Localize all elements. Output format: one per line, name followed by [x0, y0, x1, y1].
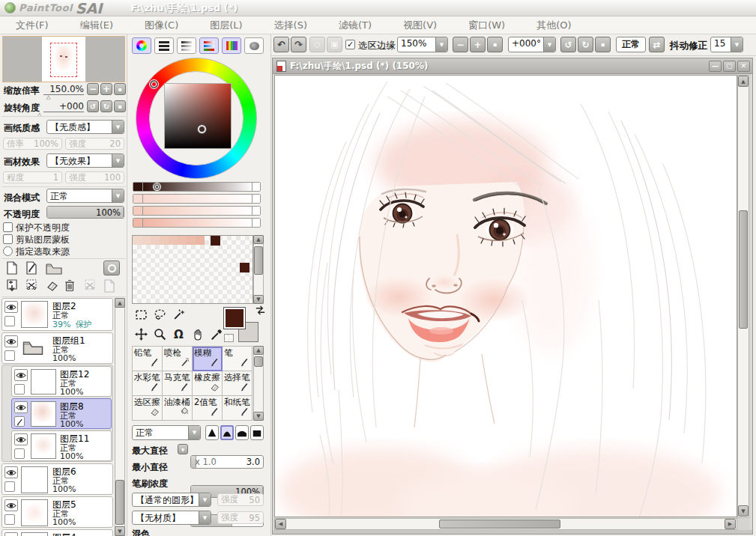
- brush-shape-dropdown[interactable]: 【通常的圆形】 ▼: [132, 493, 211, 507]
- document-title-bar[interactable]: F:\zhu\手绘\1.psd (*) (150%) — ▢ ✕: [273, 58, 752, 74]
- protect-opacity-checkbox[interactable]: [3, 222, 13, 232]
- title-bar[interactable]: PaintTool SAI F:\zhu\手绘\1.psd (*): [0, 0, 756, 16]
- tool-airbrush[interactable]: 喷枪: [163, 347, 193, 371]
- rectangle-select-tool[interactable]: [133, 307, 149, 323]
- swatch-dark[interactable]: [240, 263, 250, 272]
- hscrollbar-thumb[interactable]: [439, 520, 560, 529]
- clear-layer-button[interactable]: [45, 281, 60, 293]
- scroll-down-arrow[interactable]: ▼: [738, 505, 749, 517]
- swatch[interactable]: [187, 236, 196, 245]
- swatch[interactable]: [169, 236, 178, 245]
- paper-effect-dropdown[interactable]: 【无效果】 ▼: [46, 153, 124, 168]
- swatches-tab[interactable]: [222, 37, 241, 54]
- menu-image[interactable]: 图像(C): [129, 16, 194, 34]
- jitter-correction-dropdown[interactable]: 15 ▼: [710, 37, 743, 52]
- color-sliders-tab[interactable]: [199, 37, 219, 54]
- delete-layer-button[interactable]: [64, 279, 76, 293]
- mix-swatch[interactable]: [133, 219, 143, 227]
- undo-button[interactable]: ↶: [273, 37, 289, 52]
- vscrollbar-thumb[interactable]: [739, 210, 748, 329]
- lasso-tool[interactable]: [152, 307, 168, 323]
- scroll-down-arrow[interactable]: ▼: [115, 526, 125, 536]
- document-restore-button[interactable]: ▢: [723, 61, 736, 72]
- menu-view[interactable]: 视图(V): [387, 16, 453, 34]
- zoom-reset-button[interactable]: ▪: [487, 37, 503, 52]
- scroll-down-arrow[interactable]: ▼: [253, 412, 264, 421]
- scroll-up-arrow[interactable]: ▲: [253, 346, 264, 355]
- mix-marker[interactable]: [154, 183, 160, 190]
- opacity-slider[interactable]: 100%: [46, 206, 124, 219]
- rotate-view-tool[interactable]: Ω: [171, 326, 187, 342]
- rotate-reset-button[interactable]: ▪: [595, 37, 611, 52]
- menu-layer[interactable]: 图层(L): [194, 16, 258, 34]
- nav-zoom-in-button[interactable]: +: [100, 83, 112, 95]
- layer-checkbox[interactable]: [14, 448, 25, 459]
- scroll-right-arrow[interactable]: ▶: [725, 519, 736, 529]
- chevron-down-icon[interactable]: ▼: [112, 189, 124, 202]
- tool-binary-pen[interactable]: 2值笔: [193, 396, 223, 421]
- cut-merge-layer-button[interactable]: [25, 279, 39, 294]
- layer-row[interactable]: 图层4: [1, 529, 113, 536]
- normal-mode-button[interactable]: 正常: [616, 37, 646, 52]
- brush-blend-dropdown[interactable]: 正常 ▼: [132, 425, 201, 440]
- mix-gradient[interactable]: [143, 183, 252, 191]
- selection-edge-checkbox[interactable]: ✓: [345, 40, 355, 49]
- sv-marker[interactable]: [198, 125, 206, 133]
- nav-zoom-out-button[interactable]: −: [87, 83, 99, 95]
- paper-texture-dropdown[interactable]: 【无质感】 ▼: [46, 120, 124, 134]
- tool-marker[interactable]: 马克笔: [163, 371, 193, 396]
- chevron-down-icon[interactable]: ▼: [435, 37, 447, 52]
- swatch[interactable]: [160, 236, 169, 245]
- menu-select[interactable]: 选择(S): [258, 16, 323, 34]
- swatch-palette[interactable]: [132, 235, 253, 304]
- nav-rotate-value[interactable]: +000: [43, 101, 84, 112]
- visibility-toggle[interactable]: [14, 401, 28, 413]
- color-mix-slider-4[interactable]: [133, 218, 261, 228]
- mix-gradient[interactable]: [143, 195, 252, 203]
- chevron-down-icon[interactable]: ▼: [543, 37, 555, 52]
- scrollbar-thumb[interactable]: [254, 246, 263, 275]
- nav-zoom-slider-handle[interactable]: △: [46, 94, 50, 100]
- menu-filter[interactable]: 滤镜(T): [323, 16, 387, 34]
- new-layer-group-button[interactable]: [45, 262, 63, 275]
- menu-edit[interactable]: 编辑(E): [64, 16, 129, 34]
- new-vector-layer-button[interactable]: [25, 261, 39, 276]
- tool-bucket[interactable]: 油漆桶: [163, 396, 193, 421]
- canvas-viewport[interactable]: [274, 75, 737, 517]
- mixer-tab[interactable]: [244, 37, 264, 54]
- mix-swatch[interactable]: [133, 183, 143, 191]
- layer-checkbox[interactable]: [4, 316, 15, 326]
- chevron-down-icon[interactable]: ▼: [199, 493, 211, 506]
- layer-thumbnail[interactable]: [31, 369, 56, 395]
- layer-row[interactable]: 图层12 正常 100%: [11, 366, 112, 397]
- visibility-toggle[interactable]: [4, 532, 18, 536]
- document-close-button[interactable]: ✕: [737, 61, 750, 72]
- magic-wand-tool[interactable]: [171, 307, 187, 323]
- selection-source-radio[interactable]: [3, 246, 13, 256]
- foreground-color-swatch[interactable]: [224, 308, 245, 329]
- chevron-down-icon[interactable]: ▼: [112, 154, 124, 167]
- visibility-toggle[interactable]: [4, 499, 18, 511]
- hand-tool[interactable]: [190, 326, 205, 342]
- mix-gradient[interactable]: [143, 207, 252, 215]
- max-diameter-slider[interactable]: x 1.0 3.0: [190, 455, 264, 469]
- color-mix-slider-1[interactable]: [133, 182, 261, 192]
- tool-select-pen[interactable]: 选择笔: [223, 371, 252, 396]
- mix-swatch[interactable]: [133, 195, 143, 203]
- menu-other[interactable]: 其他(O): [521, 16, 587, 34]
- layer-thumbnail[interactable]: [21, 499, 48, 526]
- nav-rotate-ccw-button[interactable]: ↺: [87, 100, 99, 112]
- zoom-out-button[interactable]: −: [453, 37, 468, 52]
- color-mix-slider-2[interactable]: [133, 194, 261, 204]
- brush-edge-square-button[interactable]: [250, 425, 264, 440]
- scrollbar-thumb[interactable]: [115, 480, 124, 525]
- color-mix-slider-3[interactable]: [133, 206, 261, 216]
- hue-marker[interactable]: [150, 80, 158, 88]
- tool-paper-pen[interactable]: 和纸笔: [223, 396, 252, 421]
- mix-swatch[interactable]: [133, 207, 143, 215]
- chevron-down-icon[interactable]: ▼: [112, 121, 124, 133]
- swatch[interactable]: [133, 236, 142, 245]
- scroll-up-arrow[interactable]: ▲: [253, 235, 264, 244]
- move-tool[interactable]: [133, 326, 149, 342]
- tool-watercolor[interactable]: 水彩笔: [133, 371, 163, 396]
